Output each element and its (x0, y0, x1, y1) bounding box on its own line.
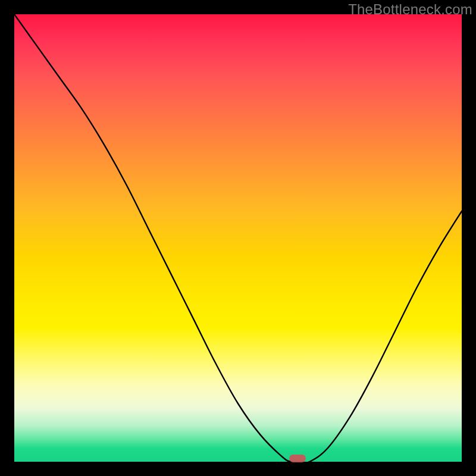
optimal-marker (289, 455, 306, 462)
chart-frame: TheBottleneck.com (0, 0, 476, 476)
chart-plot-area (14, 14, 462, 462)
watermark-text: TheBottleneck.com (348, 1, 472, 18)
